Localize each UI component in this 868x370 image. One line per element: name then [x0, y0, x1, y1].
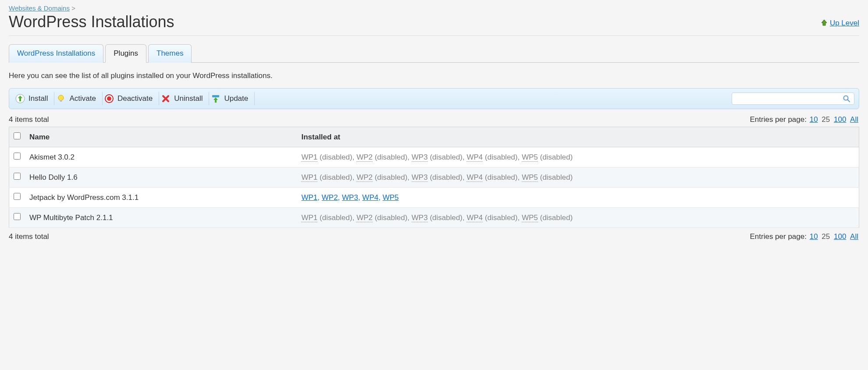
site-link[interactable]: WP5 [522, 153, 538, 162]
site-status: (disabled) [538, 213, 573, 222]
separator: , [352, 173, 356, 181]
site-link[interactable]: WP4 [466, 213, 483, 222]
site-link[interactable]: WP1 [301, 213, 317, 222]
uninstall-button[interactable]: Uninstall [159, 92, 209, 105]
install-icon [15, 94, 25, 103]
breadcrumb: Websites & Domains > [9, 4, 859, 12]
entries-10[interactable]: 10 [810, 115, 818, 124]
entries-all[interactable]: All [850, 115, 858, 124]
site-link[interactable]: WP2 [356, 173, 373, 182]
tab-plugins[interactable]: Plugins [105, 44, 146, 63]
update-label: Update [224, 94, 248, 103]
up-level[interactable]: Up Level [820, 19, 859, 28]
site-link[interactable]: WP3 [412, 173, 428, 182]
deactivate-label: Deactivate [117, 94, 153, 103]
site-link[interactable]: WP3 [342, 193, 358, 202]
search-input[interactable] [736, 95, 843, 103]
site-link[interactable]: WP5 [522, 173, 538, 182]
install-button[interactable]: Install [14, 92, 54, 105]
site-link[interactable]: WP4 [362, 193, 378, 202]
site-status: (disabled) [428, 153, 462, 161]
entries-per-page-bottom: Entries per page: 10 25 100 All [750, 232, 859, 241]
separator: , [338, 193, 342, 202]
installed-at-cell: WP1 (disabled), WP2 (disabled), WP3 (dis… [297, 167, 859, 188]
site-status: (disabled) [373, 173, 407, 181]
site-link[interactable]: WP1 [301, 193, 317, 202]
update-icon [211, 94, 221, 103]
site-status: (disabled) [428, 213, 462, 222]
pager-bottom: 4 items total Entries per page: 10 25 10… [9, 232, 859, 241]
site-status: (disabled) [373, 213, 407, 222]
entries-25-bottom: 25 [822, 232, 830, 241]
site-link[interactable]: WP2 [322, 193, 338, 202]
delete-icon [161, 94, 171, 103]
tab-wordpress-installations[interactable]: WordPress Installations [9, 44, 103, 63]
site-link[interactable]: WP2 [356, 213, 373, 222]
entries-10-bottom[interactable]: 10 [810, 232, 818, 241]
breadcrumb-link[interactable]: Websites & Domains [9, 4, 70, 12]
row-checkbox[interactable] [14, 173, 21, 180]
page-title: WordPress Installations [9, 13, 174, 36]
separator: , [358, 193, 362, 202]
activate-label: Activate [69, 94, 96, 103]
site-link[interactable]: WP3 [412, 213, 428, 222]
site-status: (disabled) [483, 173, 517, 181]
up-arrow-icon [820, 19, 828, 27]
plugin-name: WP Multibyte Patch 2.1.1 [25, 208, 297, 228]
select-all-checkbox[interactable] [14, 132, 21, 139]
tab-themes[interactable]: Themes [148, 44, 192, 63]
installed-at-cell: WP1 (disabled), WP2 (disabled), WP3 (dis… [297, 208, 859, 228]
search-box[interactable] [732, 92, 854, 105]
entries-label-bottom: Entries per page: [750, 232, 806, 241]
site-status: (disabled) [483, 213, 517, 222]
row-checkbox[interactable] [14, 193, 21, 200]
deactivate-button[interactable]: Deactivate [103, 92, 159, 105]
search-icon[interactable] [843, 95, 850, 103]
update-button[interactable]: Update [209, 92, 255, 105]
activate-button[interactable]: Activate [54, 92, 102, 105]
site-status: (disabled) [538, 173, 573, 181]
items-total-bottom: 4 items total [9, 232, 49, 241]
table-row: Akismet 3.0.2WP1 (disabled), WP2 (disabl… [9, 147, 859, 167]
site-link[interactable]: WP2 [356, 153, 373, 162]
table-row: Jetpack by WordPress.com 3.1.1WP1, WP2, … [9, 188, 859, 208]
up-level-link[interactable]: Up Level [830, 19, 859, 27]
row-checkbox[interactable] [14, 153, 21, 160]
site-link[interactable]: WP3 [412, 153, 428, 162]
entries-100-bottom[interactable]: 100 [834, 232, 846, 241]
row-checkbox-cell [9, 188, 25, 208]
separator: , [317, 193, 321, 202]
site-status: (disabled) [317, 153, 352, 161]
entries-100[interactable]: 100 [834, 115, 846, 124]
col-name[interactable]: Name [25, 127, 297, 147]
breadcrumb-sep: > [71, 4, 75, 12]
row-checkbox[interactable] [14, 213, 21, 220]
select-all-cell [9, 127, 25, 147]
site-status: (disabled) [483, 153, 517, 161]
site-link[interactable]: WP5 [522, 213, 538, 222]
site-status: (disabled) [317, 173, 352, 181]
site-status: (disabled) [538, 153, 573, 161]
separator: , [352, 213, 356, 222]
site-link[interactable]: WP5 [383, 193, 399, 202]
svg-line-7 [848, 100, 850, 102]
separator: , [407, 153, 411, 161]
site-link[interactable]: WP4 [466, 173, 483, 182]
table-header-row: Name Installed at [9, 127, 859, 147]
svg-point-4 [107, 96, 111, 101]
entries-all-bottom[interactable]: All [850, 232, 858, 241]
col-installed-at[interactable]: Installed at [297, 127, 859, 147]
row-checkbox-cell [9, 147, 25, 167]
site-link[interactable]: WP4 [466, 153, 483, 162]
site-link[interactable]: WP1 [301, 153, 317, 162]
plugin-name: Akismet 3.0.2 [25, 147, 297, 167]
items-total: 4 items total [9, 115, 49, 124]
row-checkbox-cell [9, 167, 25, 188]
svg-rect-2 [60, 100, 62, 102]
svg-point-1 [58, 95, 64, 100]
entries-25: 25 [822, 115, 830, 124]
site-link[interactable]: WP1 [301, 173, 317, 182]
separator: , [407, 173, 411, 181]
separator: , [352, 153, 356, 161]
install-label: Install [28, 94, 48, 103]
